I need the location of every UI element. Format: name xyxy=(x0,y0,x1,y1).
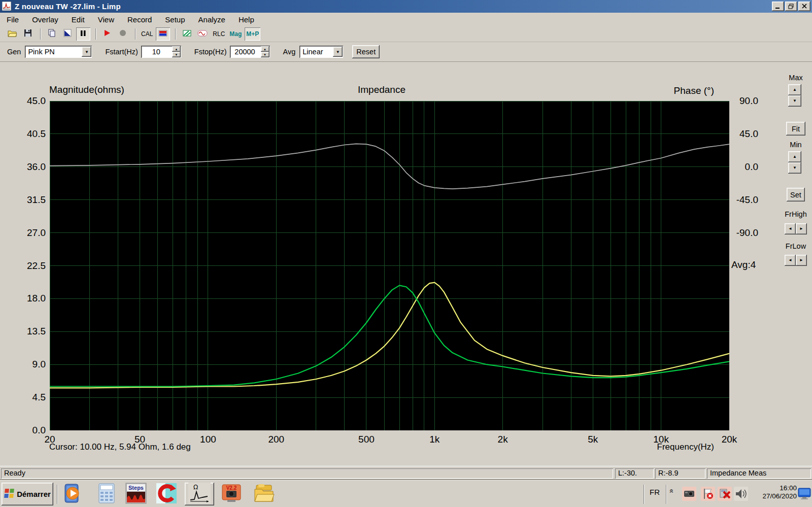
record-circle-icon xyxy=(119,29,126,39)
open-file-button[interactable] xyxy=(5,27,19,41)
start-button[interactable]: Démarrer xyxy=(2,483,53,505)
menu-edit[interactable]: Edit xyxy=(65,14,91,25)
quicklaunch-folder[interactable] xyxy=(253,483,275,505)
x-axis-title: Frequency(Hz) xyxy=(609,442,714,452)
quicklaunch-media-player[interactable] xyxy=(61,483,83,505)
menu-overlay[interactable]: Overlay xyxy=(25,14,65,25)
frlow-left-button[interactable]: ◄ xyxy=(785,255,796,266)
fstop-input[interactable] xyxy=(230,46,260,58)
max-up-button[interactable]: ▲ xyxy=(788,84,801,95)
frhigh-right-button[interactable]: ► xyxy=(796,223,807,234)
measurement-controls: Gen Pink PN ▼ Fstart(Hz) ▲▼ Fstop(Hz) ▲▼… xyxy=(0,42,812,62)
save-button[interactable] xyxy=(21,27,35,41)
tray-volume-icon[interactable] xyxy=(734,487,748,501)
impedance-view-button[interactable] xyxy=(180,27,194,41)
quicklaunch-limp-active[interactable]: Ω xyxy=(185,483,214,505)
menu-setup[interactable]: Setup xyxy=(158,14,191,25)
tray-collapse-chevron-icon[interactable]: « xyxy=(668,489,676,493)
min-up-button[interactable]: ▲ xyxy=(788,151,801,162)
frhigh-left-button[interactable]: ◄ xyxy=(785,223,796,234)
averaging-select[interactable]: Linear ▼ xyxy=(299,46,343,58)
quicklaunch-red-c-app[interactable] xyxy=(155,483,178,505)
fstart-down-icon[interactable]: ▼ xyxy=(172,52,181,57)
frhigh-arrows: ◄ ► xyxy=(785,223,807,234)
fstop-down-icon[interactable]: ▼ xyxy=(261,52,269,57)
menu-view[interactable]: View xyxy=(91,14,121,25)
scale-button[interactable] xyxy=(60,27,75,41)
frequency-tick-label: 1k xyxy=(417,434,452,445)
sine-generator-button[interactable] xyxy=(195,27,210,41)
tray-security-flag-icon[interactable] xyxy=(701,487,715,501)
limp-impedance-icon: Ω xyxy=(188,483,211,506)
min-down-button[interactable]: ▼ xyxy=(788,162,801,174)
quicklaunch-calculator[interactable] xyxy=(95,483,118,505)
max-down-button[interactable]: ▼ xyxy=(788,95,801,107)
frlow-arrows: ◄ ► xyxy=(785,255,807,266)
reset-button[interactable]: Reset xyxy=(352,45,380,58)
tray-display-icon[interactable] xyxy=(682,487,696,501)
record-button[interactable] xyxy=(116,27,130,41)
windows-logo-icon xyxy=(4,488,14,500)
menu-record[interactable]: Record xyxy=(121,14,158,25)
impedance-plot[interactable] xyxy=(50,101,729,430)
fstop-spinbox[interactable]: ▲▼ xyxy=(230,46,270,58)
frlow-right-button[interactable]: ► xyxy=(796,255,807,266)
magnitude-tick-label: 0.0 xyxy=(14,425,46,436)
magnitude-tick-label: 9.0 xyxy=(14,359,46,370)
frequency-tick-label: 20 xyxy=(32,434,67,445)
magnitude-tick-label: 22.5 xyxy=(14,260,46,272)
fit-button[interactable]: Fit xyxy=(786,122,805,136)
rlc-button[interactable]: RLC xyxy=(211,27,226,41)
min-label: Min xyxy=(782,141,810,149)
generator-button[interactable] xyxy=(156,27,170,41)
fstart-up-icon[interactable]: ▲ xyxy=(172,46,181,52)
start-measurement-button[interactable] xyxy=(100,27,114,41)
minimize-button[interactable] xyxy=(772,2,784,11)
status-ready: Ready xyxy=(1,468,613,479)
menu-help[interactable]: Help xyxy=(232,14,261,25)
magnitude-tick-label: 4.5 xyxy=(14,392,46,403)
copy-button[interactable] xyxy=(45,27,59,41)
magnitude-mode-button[interactable]: Mag xyxy=(228,27,243,41)
chevron-down-icon[interactable]: ▼ xyxy=(333,47,343,57)
restore-button[interactable] xyxy=(785,2,797,11)
fstart-input[interactable] xyxy=(141,46,172,58)
tray-clock[interactable]: 16:00 27/06/2020 xyxy=(751,484,797,500)
statusbar: Ready L:-30. R:-8.9 Impedance Meas xyxy=(0,466,812,481)
close-button[interactable] xyxy=(798,2,810,11)
chevron-down-icon[interactable]: ▼ xyxy=(82,47,91,57)
blue-triangle-icon xyxy=(63,29,72,39)
calibrate-button[interactable]: CAL xyxy=(140,27,154,41)
svg-text:Steps: Steps xyxy=(128,485,144,491)
menubar: File Overlay Edit View Record Setup Anal… xyxy=(0,13,812,26)
open-folder-icon xyxy=(8,29,17,39)
language-indicator[interactable]: FR xyxy=(650,488,660,496)
calculator-icon xyxy=(97,483,116,506)
menu-analyze[interactable]: Analyze xyxy=(192,14,232,25)
phase-tick-label: -45.0 xyxy=(731,194,758,206)
tray-desktop-icon[interactable] xyxy=(798,488,811,502)
set-button[interactable]: Set xyxy=(787,188,805,201)
magnitude-tick-label: 13.5 xyxy=(14,326,46,337)
v22-camera-icon: V2.2 xyxy=(221,483,242,506)
frhigh-label: FrHigh xyxy=(780,210,811,218)
quicklaunch-steps[interactable]: Steps xyxy=(125,483,147,505)
fstop-up-icon[interactable]: ▲ xyxy=(261,46,269,52)
tray-disabled-updates-icon[interactable] xyxy=(718,487,732,501)
taskbar: Démarrer Steps Ω V2.2 FR « 16: xyxy=(0,480,812,507)
quicklaunch-v22-app[interactable]: V2.2 xyxy=(220,483,243,505)
toolbar-separator xyxy=(95,28,96,40)
fstart-spinbox[interactable]: ▲▼ xyxy=(141,46,181,58)
tray-time: 16:00 xyxy=(751,484,797,492)
menu-file[interactable]: File xyxy=(0,14,25,25)
frequency-tick-label: 50 xyxy=(123,434,157,445)
tray-date: 27/06/2020 xyxy=(751,492,797,500)
steps-app-icon: Steps xyxy=(125,483,147,506)
svg-text:V2.2: V2.2 xyxy=(226,485,237,491)
pause-button[interactable] xyxy=(76,27,90,41)
max-label: Max xyxy=(782,74,810,82)
avg-indicator: Avg:4 xyxy=(731,259,756,271)
min-spinner: ▲ ▼ xyxy=(788,151,801,174)
magnitude-phase-mode-button[interactable]: M+P xyxy=(245,27,260,41)
generator-type-select[interactable]: Pink PN ▼ xyxy=(25,46,92,58)
